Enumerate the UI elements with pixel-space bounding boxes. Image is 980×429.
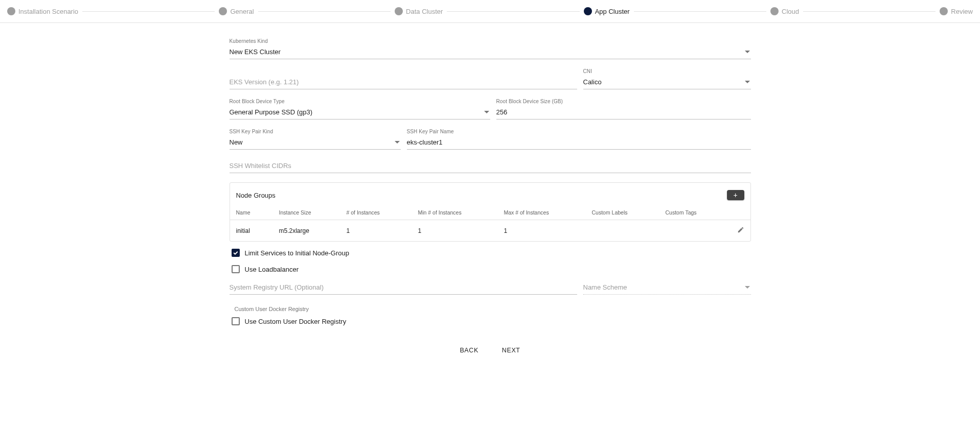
add-node-group-button[interactable]: +	[727, 190, 744, 200]
col-custom-tags: Custom Tags	[659, 205, 728, 220]
ssh-kind-select[interactable]: SSH Key Pair Kind New	[230, 129, 401, 150]
root-block-size-field[interactable]: Root Block Device Size (GB)	[496, 99, 751, 120]
step-label: App Cluster	[595, 8, 630, 15]
limit-services-checkbox-row[interactable]: Limit Services to Initial Node-Group	[232, 249, 751, 257]
cni-value: Calico	[583, 75, 751, 89]
step-label: Data Cluster	[406, 8, 443, 15]
step-dot-icon	[940, 7, 948, 15]
cell-instance-size: m5.2xlarge	[273, 220, 340, 242]
kubernetes-kind-value: New EKS Cluster	[230, 45, 751, 59]
step-general[interactable]: General	[219, 7, 254, 15]
custom-registry-section-label: Custom User Docker Registry	[235, 306, 751, 312]
use-loadbalancer-label: Use Loadbalancer	[245, 266, 299, 273]
use-custom-registry-label: Use Custom User Docker Registry	[245, 318, 347, 325]
name-scheme-select[interactable]	[583, 280, 751, 295]
col-min-instances: Min # of Instances	[412, 205, 498, 220]
step-label: Installation Scenario	[18, 8, 78, 15]
step-app-cluster[interactable]: App Cluster	[584, 7, 630, 15]
col-instance-size: Instance Size	[273, 205, 340, 220]
ssh-cidrs-input[interactable]	[230, 159, 751, 173]
field-label: SSH Key Pair Kind	[230, 129, 401, 134]
cell-count: 1	[340, 220, 412, 242]
table-row: initial m5.2xlarge 1 1 1	[230, 220, 750, 242]
node-groups-table: Name Instance Size # of Instances Min # …	[230, 205, 750, 241]
node-groups-title: Node Groups	[236, 192, 276, 199]
step-installation-scenario[interactable]: Installation Scenario	[7, 7, 78, 15]
col-actions	[728, 205, 750, 220]
kubernetes-kind-select[interactable]: Kubernetes Kind New EKS Cluster	[230, 38, 751, 59]
step-dot-icon	[770, 7, 779, 15]
col-max-instances: Max # of Instances	[498, 205, 586, 220]
cell-name: initial	[230, 220, 273, 242]
registry-url-input[interactable]	[230, 280, 577, 295]
checkbox-checked-icon[interactable]	[232, 249, 240, 257]
step-label: General	[230, 8, 254, 15]
back-button[interactable]: BACK	[454, 343, 483, 358]
use-custom-registry-checkbox-row[interactable]: Use Custom User Docker Registry	[232, 317, 751, 325]
col-custom-labels: Custom Labels	[586, 205, 659, 220]
cni-select[interactable]: CNI Calico	[583, 68, 751, 89]
cell-max: 1	[498, 220, 586, 242]
registry-url-field[interactable]	[230, 280, 577, 295]
field-label: SSH Key Pair Name	[407, 129, 751, 134]
wizard-footer: BACK NEXT	[230, 343, 751, 358]
edit-icon[interactable]	[737, 228, 744, 235]
ssh-name-input[interactable]	[407, 135, 751, 150]
cell-min: 1	[412, 220, 498, 242]
step-dot-icon	[395, 7, 403, 15]
root-block-type-value: General Purpose SSD (gp3)	[230, 105, 490, 120]
eks-version-input[interactable]	[230, 75, 577, 89]
step-dot-icon	[219, 7, 227, 15]
cell-tags	[659, 220, 728, 242]
col-instances: # of Instances	[340, 205, 412, 220]
limit-services-label: Limit Services to Initial Node-Group	[245, 249, 349, 257]
eks-version-field[interactable]	[230, 75, 577, 89]
field-label: Root Block Device Type	[230, 99, 490, 104]
step-dot-icon	[7, 7, 15, 15]
root-block-size-input[interactable]	[496, 105, 751, 120]
step-label: Review	[951, 8, 973, 15]
checkbox-unchecked-icon[interactable]	[232, 317, 240, 325]
step-label: Cloud	[782, 8, 799, 15]
step-dot-icon	[584, 7, 592, 15]
ssh-name-field[interactable]: SSH Key Pair Name	[407, 129, 751, 150]
use-loadbalancer-checkbox-row[interactable]: Use Loadbalancer	[232, 265, 751, 273]
plus-icon: +	[733, 191, 737, 199]
next-button[interactable]: NEXT	[497, 343, 526, 358]
col-name: Name	[230, 205, 273, 220]
name-scheme-input[interactable]	[583, 280, 751, 295]
root-block-type-select[interactable]: Root Block Device Type General Purpose S…	[230, 99, 490, 120]
cell-labels	[586, 220, 659, 242]
step-cloud[interactable]: Cloud	[770, 7, 799, 15]
step-data-cluster[interactable]: Data Cluster	[395, 7, 443, 15]
step-review[interactable]: Review	[940, 7, 973, 15]
field-label: CNI	[583, 68, 751, 74]
node-groups-card: Node Groups + Name Instance Size # of In…	[230, 182, 751, 242]
field-label: Kubernetes Kind	[230, 38, 751, 44]
app-cluster-form: Kubernetes Kind New EKS Cluster CNI Cali…	[230, 38, 751, 378]
stepper: Installation Scenario General Data Clust…	[0, 0, 980, 23]
ssh-kind-value: New	[230, 135, 401, 150]
ssh-cidrs-field[interactable]	[230, 159, 751, 173]
field-label: Root Block Device Size (GB)	[496, 99, 751, 104]
checkbox-unchecked-icon[interactable]	[232, 265, 240, 273]
